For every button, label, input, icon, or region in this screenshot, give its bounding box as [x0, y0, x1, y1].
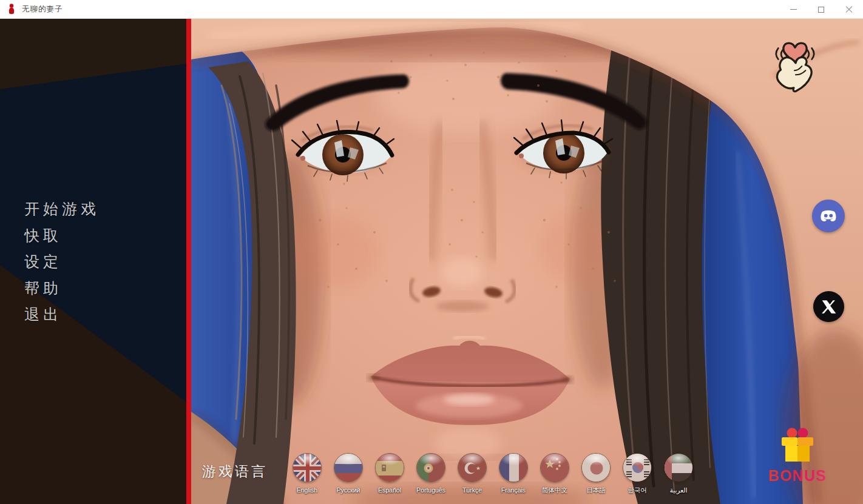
main-menu: 开始游戏 快取 设定 帮助 退出 — [24, 196, 100, 328]
menu-item-quit[interactable]: 退出 — [24, 301, 100, 328]
language-option-spanish[interactable]: Español — [369, 453, 410, 495]
language-option-arabic[interactable]: العربية — [658, 453, 699, 495]
bonus-button[interactable]: BONUS — [763, 427, 831, 485]
menu-item-settings[interactable]: 设定 — [24, 249, 100, 275]
window-titlebar: 无聊的妻子 — [0, 0, 863, 19]
discord-button[interactable] — [812, 200, 845, 232]
menu-item-start[interactable]: 开始游戏 — [24, 196, 100, 223]
menu-divider-line — [186, 19, 191, 504]
united-kingdom-flag-icon — [293, 453, 322, 482]
maximize-button[interactable] — [807, 0, 835, 19]
gift-icon — [777, 427, 817, 463]
game-screen: 开始游戏 快取 设定 帮助 退出 — [0, 19, 863, 504]
spain-flag-icon — [375, 453, 404, 482]
minimize-icon — [790, 9, 797, 10]
china-flag-icon — [540, 453, 569, 482]
language-label: 游戏语言 — [202, 462, 268, 481]
language-option-english[interactable]: English — [286, 453, 328, 495]
discord-icon — [818, 206, 839, 226]
close-icon — [845, 5, 853, 14]
hand-holding-heart-icon[interactable] — [770, 38, 821, 93]
uae-flag-icon — [664, 453, 693, 482]
language-selector: English Русский Español — [286, 453, 699, 495]
turkey-flag-icon — [458, 453, 487, 482]
x-twitter-icon — [821, 299, 837, 315]
south-korea-flag-icon — [623, 453, 652, 482]
language-option-turkish[interactable]: Türkçe — [452, 453, 493, 495]
language-option-simplified-chinese[interactable]: 简体中文 — [534, 453, 575, 495]
france-flag-icon — [499, 453, 528, 482]
russia-flag-icon — [334, 453, 363, 482]
menu-item-load[interactable]: 快取 — [24, 223, 100, 249]
language-option-french[interactable]: Français — [493, 453, 534, 495]
x-twitter-button[interactable] — [813, 291, 844, 322]
language-option-korean[interactable]: 한국어 — [617, 453, 658, 495]
window-title: 无聊的妻子 — [22, 4, 63, 15]
japan-flag-icon — [581, 453, 611, 482]
background-artwork — [191, 19, 863, 504]
portugal-flag-icon — [416, 453, 445, 482]
close-button[interactable] — [835, 0, 863, 19]
menu-item-help[interactable]: 帮助 — [24, 275, 100, 302]
maximize-icon — [818, 7, 824, 13]
language-option-russian[interactable]: Русский — [328, 453, 369, 495]
minimize-button[interactable] — [779, 0, 807, 19]
language-option-japanese[interactable]: 日本語 — [575, 453, 617, 495]
language-option-portuguese[interactable]: Português — [410, 453, 452, 495]
app-icon — [7, 3, 16, 15]
bonus-label: BONUS — [763, 467, 831, 485]
